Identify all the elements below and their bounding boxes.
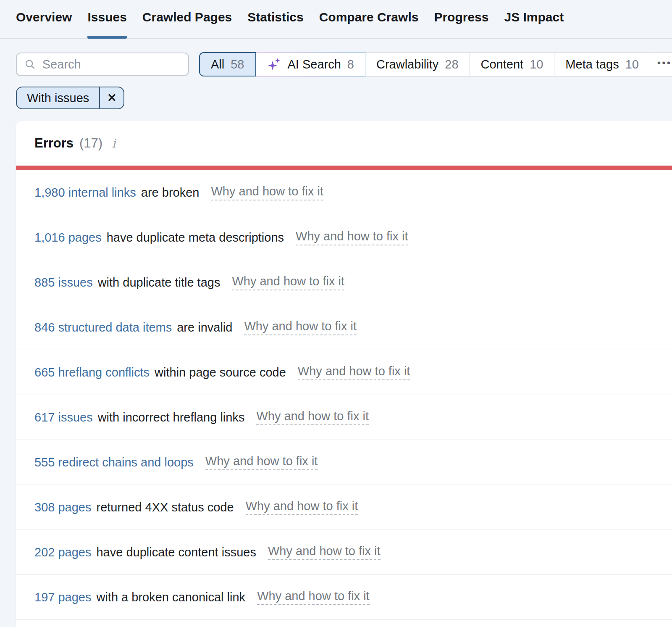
search-icon xyxy=(24,58,36,71)
chip-ai-search-label: AI Search xyxy=(288,58,341,71)
applied-filter-with-issues: With issues ✕ xyxy=(16,87,124,109)
issue-link[interactable]: 846 structured data items xyxy=(34,321,172,335)
issue-text: have duplicate meta descriptions xyxy=(107,231,284,245)
issue-text: are invalid xyxy=(177,321,232,335)
search-input[interactable] xyxy=(42,57,181,72)
issue-row-broken-canonical-link: 197 pages with a broken canonical link W… xyxy=(16,575,672,620)
chip-meta-tags-label: Meta tags xyxy=(565,58,619,71)
issue-text: with duplicate title tags xyxy=(98,276,220,290)
tab-compare-crawls[interactable]: Compare Crawls xyxy=(319,10,419,38)
more-categories-button[interactable]: ••• xyxy=(650,52,672,76)
issue-text: with a broken canonical link xyxy=(96,590,245,604)
sparkles-icon xyxy=(267,57,281,71)
tab-progress[interactable]: Progress xyxy=(434,10,488,38)
chip-content-count: 10 xyxy=(530,58,543,71)
tab-crawled-pages[interactable]: Crawled Pages xyxy=(142,10,232,38)
issue-link[interactable]: 197 pages xyxy=(34,590,91,604)
errors-card: Errors (17) i 1,980 internal links are b… xyxy=(16,121,672,627)
chip-ai-search-count: 8 xyxy=(347,58,354,71)
remove-filter-button[interactable]: ✕ xyxy=(99,87,123,108)
issue-help-link[interactable]: Why and how to fix it xyxy=(268,544,381,560)
issue-link[interactable]: 202 pages xyxy=(34,545,91,559)
chip-crawlability-count: 28 xyxy=(445,58,458,71)
ellipsis-icon: ••• xyxy=(657,57,672,69)
issue-link[interactable]: 885 issues xyxy=(34,276,93,290)
errors-title: Errors xyxy=(34,136,74,151)
issue-help-link[interactable]: Why and how to fix it xyxy=(257,589,370,605)
issue-link[interactable]: 665 hreflang conflicts xyxy=(34,366,150,379)
issue-text: returned 4XX status code xyxy=(96,501,234,514)
errors-accent-bar xyxy=(16,166,672,170)
errors-header: Errors (17) i xyxy=(16,121,672,166)
issue-row-hreflang-conflicts: 665 hreflang conflicts within page sourc… xyxy=(16,350,672,395)
search-box[interactable] xyxy=(16,53,189,76)
issue-help-link[interactable]: Why and how to fix it xyxy=(298,364,410,380)
chip-all[interactable]: All 58 xyxy=(199,52,256,76)
issue-link[interactable]: 1,980 internal links xyxy=(34,186,136,200)
issue-text: with incorrect hreflang links xyxy=(98,411,245,424)
close-icon: ✕ xyxy=(107,91,117,105)
tab-issues[interactable]: Issues xyxy=(87,10,126,38)
issue-row-broken-internal-links: 1,980 internal links are broken Why and … xyxy=(16,170,672,215)
issue-link[interactable]: 308 pages xyxy=(34,501,91,514)
chip-crawlability-label: Crawlability xyxy=(376,58,438,71)
issue-help-link[interactable]: Why and how to fix it xyxy=(246,499,358,515)
chip-ai-search[interactable]: AI Search 8 xyxy=(256,52,365,76)
errors-count: (17) xyxy=(79,136,102,151)
issue-row-4xx-status-code: 308 pages returned 4XX status code Why a… xyxy=(16,485,672,530)
issue-row-incorrect-hreflang-links: 617 issues with incorrect hreflang links… xyxy=(16,395,672,440)
issue-category-chips: All 58 AI Search 8 Crawlability 28 Conte… xyxy=(199,52,672,76)
issue-help-link[interactable]: Why and how to fix it xyxy=(244,319,357,335)
issue-text: have duplicate content issues xyxy=(96,545,256,559)
issue-help-link[interactable]: Why and how to fix it xyxy=(211,184,323,200)
filter-row: All 58 AI Search 8 Crawlability 28 Conte… xyxy=(16,52,656,76)
chip-crawlability[interactable]: Crawlability 28 xyxy=(365,52,470,76)
tab-statistics[interactable]: Statistics xyxy=(247,10,303,38)
issue-help-link[interactable]: Why and how to fix it xyxy=(232,274,344,290)
info-icon[interactable]: i xyxy=(112,136,116,150)
chip-all-count: 58 xyxy=(231,58,244,71)
issue-text: within page source code xyxy=(155,366,286,379)
issue-row-redirect-chains-loops: 555 redirect chains and loops Why and ho… xyxy=(16,440,672,485)
applied-filter-label: With issues xyxy=(17,87,99,108)
chip-all-label: All xyxy=(211,58,224,71)
chip-meta-tags-count: 10 xyxy=(625,58,639,71)
issue-help-link[interactable]: Why and how to fix it xyxy=(205,454,318,470)
issue-help-link[interactable]: Why and how to fix it xyxy=(256,409,369,425)
issue-row-invalid-structured-data: 846 structured data items are invalid Wh… xyxy=(16,305,672,350)
chip-content[interactable]: Content 10 xyxy=(470,52,555,76)
issue-text: are broken xyxy=(141,186,200,200)
issue-row-duplicate-content: 202 pages have duplicate content issues … xyxy=(16,530,672,575)
tab-js-impact[interactable]: JS Impact xyxy=(504,10,564,38)
issue-link[interactable]: 617 issues xyxy=(34,411,93,424)
issue-link[interactable]: 555 redirect chains and loops xyxy=(34,456,194,469)
issue-row-duplicate-title-tags: 885 issues with duplicate title tags Why… xyxy=(16,260,672,305)
chip-content-label: Content xyxy=(481,58,524,71)
tab-overview[interactable]: Overview xyxy=(16,10,72,38)
issue-row-duplicate-meta-descriptions: 1,016 pages have duplicate meta descript… xyxy=(16,215,672,260)
issue-link[interactable]: 1,016 pages xyxy=(34,231,102,245)
issue-help-link[interactable]: Why and how to fix it xyxy=(296,229,408,245)
top-nav: Overview Issues Crawled Pages Statistics… xyxy=(0,0,672,39)
chip-meta-tags[interactable]: Meta tags 10 xyxy=(554,52,650,76)
